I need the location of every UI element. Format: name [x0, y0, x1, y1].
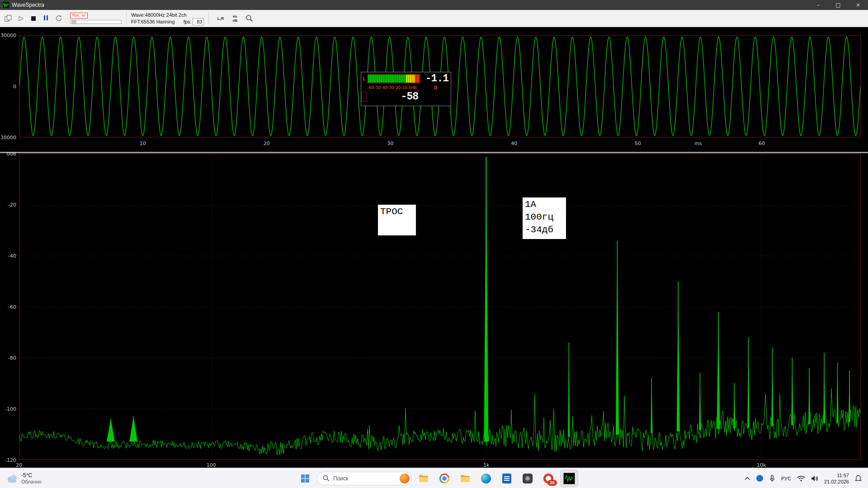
x-tick-label: 50 [635, 141, 641, 146]
y-tick-label: -40 [8, 253, 16, 259]
start-button[interactable] [296, 470, 314, 487]
spectrum-plot [19, 154, 861, 460]
edge-icon [481, 474, 491, 483]
search-box[interactable]: Поиск [317, 472, 412, 485]
chevron-up-icon [744, 477, 750, 480]
browser-badge-button[interactable]: 20 [539, 470, 557, 487]
minimize-button[interactable]: – [808, 0, 828, 10]
fps-value: 83 [193, 18, 204, 25]
network-button[interactable] [794, 471, 808, 486]
recording-indicator: Rec. In [70, 13, 88, 19]
left-channel-label: L [361, 76, 367, 81]
fft-format-text: FFT:65536 Hanning [131, 19, 175, 24]
lr-label: L,R [217, 16, 224, 21]
waveform-y-ticks: 300000-30000 [0, 35, 18, 137]
cloud-icon [6, 474, 18, 483]
maximize-button[interactable]: □ [828, 0, 848, 10]
y-tick-label: -80 [8, 355, 16, 361]
clock-text: 11:57 21.02.2026 [824, 472, 849, 485]
hzdb-label: HzdB [233, 14, 238, 23]
blue-app-icon [756, 475, 763, 482]
format-info: Wave:48000Hz 24bit 2ch FFT:65536 Hanning… [131, 12, 204, 25]
y-tick-label: -120 [5, 457, 16, 463]
volume-button[interactable] [808, 471, 821, 486]
annotation-line: 100гц [525, 211, 564, 224]
window-title: WaveSpectra [12, 2, 44, 8]
document-app-button[interactable] [498, 470, 516, 487]
channel-select-button[interactable]: L,R [214, 13, 226, 24]
hz-label: Hz [233, 14, 237, 19]
stop-icon [31, 16, 36, 21]
capture-app-button[interactable] [519, 470, 537, 487]
file-explorer-button[interactable] [415, 470, 433, 487]
tray-app-button[interactable] [754, 471, 766, 486]
close-button[interactable]: × [848, 0, 868, 10]
microphone-icon [769, 475, 775, 482]
left-level-bar [367, 74, 420, 84]
annotation-measurement: 1А 100гц -34дб [523, 197, 566, 239]
search-placeholder: Поиск [333, 475, 396, 482]
speaker-icon [811, 475, 818, 482]
x-tick-label: 60 [759, 141, 765, 146]
right-level-value: -58 [367, 91, 420, 103]
voice-typing-button[interactable] [766, 471, 778, 486]
notification-badge: 20 [547, 480, 557, 486]
windows-logo-icon [301, 474, 310, 483]
meter-fill-left [368, 75, 420, 83]
x-tick-label: 20 [264, 141, 270, 146]
fps-label: fps: [184, 19, 192, 24]
wave-format-text: Wave:48000Hz 24bit 2ch [131, 12, 204, 18]
toolbar-divider [208, 12, 209, 25]
chrome-icon [439, 474, 449, 483]
spectrum-y-ticks: 0dB-20-40-60-80-100-120 [0, 154, 18, 460]
toolbar: Rec. In Wave:48000Hz 24bit 2ch FFT:65536… [0, 10, 868, 27]
record-group: Rec. In [70, 13, 122, 24]
slider-thumb[interactable] [71, 20, 76, 23]
tray-time: 11:57 [824, 472, 849, 479]
level-meter: L -1.1 -60-50-40-30-20-10 0dB R -58 [361, 72, 451, 106]
weather-temp: -5°C [21, 472, 32, 479]
tray-overflow-button[interactable] [741, 471, 753, 486]
position-slider[interactable] [70, 20, 122, 24]
wifi-icon [797, 475, 805, 482]
language-indicator[interactable]: РУС [778, 471, 794, 486]
weather-condition: Облачно [21, 479, 42, 485]
loop-button[interactable] [53, 13, 64, 24]
search-highlight-icon [400, 474, 410, 483]
document-app-icon [502, 474, 511, 483]
spectrum-canvas [19, 154, 860, 460]
time-unit-label: ms [694, 141, 702, 146]
stop-button[interactable] [28, 13, 39, 24]
taskbar: -5°C Облачно Поиск [0, 468, 868, 488]
open-file-button[interactable] [2, 13, 14, 24]
clock[interactable]: 11:57 21.02.2026 [821, 471, 852, 486]
settings-button[interactable] [243, 13, 255, 24]
bell-icon [855, 475, 862, 482]
edge-button[interactable] [477, 470, 495, 487]
y-tick-label: 0dB [6, 151, 16, 157]
right-channel-label: R [420, 85, 451, 90]
wavespectra-icon [563, 473, 575, 484]
folder-icon [460, 473, 471, 484]
notification-center-button[interactable] [852, 471, 864, 486]
wavespectra-taskbar-button[interactable] [560, 470, 578, 487]
camera-app-icon [523, 474, 533, 483]
y-tick-label: 30000 [0, 33, 16, 38]
axis-units-button[interactable]: HzdB [229, 13, 241, 24]
play-button[interactable] [15, 13, 26, 24]
folder-shortcut-button[interactable] [456, 470, 474, 487]
weather-widget[interactable]: -5°C Облачно [3, 468, 45, 488]
titlebar: WaveSpectra – □ × [0, 0, 868, 10]
y-tick-label: -100 [5, 406, 16, 412]
loop-icon [55, 15, 62, 22]
right-level-bar [361, 92, 367, 102]
pages-icon [5, 15, 12, 22]
fft-format-row: FFT:65536 Hanning fps:83 [131, 18, 204, 25]
weather-text: -5°C Облачно [21, 472, 42, 485]
waveform-x-ticks: 102030405060 [19, 140, 861, 147]
pause-button[interactable] [40, 13, 52, 24]
settings-magnifier-icon [245, 14, 253, 22]
chrome-button[interactable] [435, 470, 453, 487]
db-label: dB [233, 19, 238, 23]
toolbar-divider [126, 12, 127, 25]
